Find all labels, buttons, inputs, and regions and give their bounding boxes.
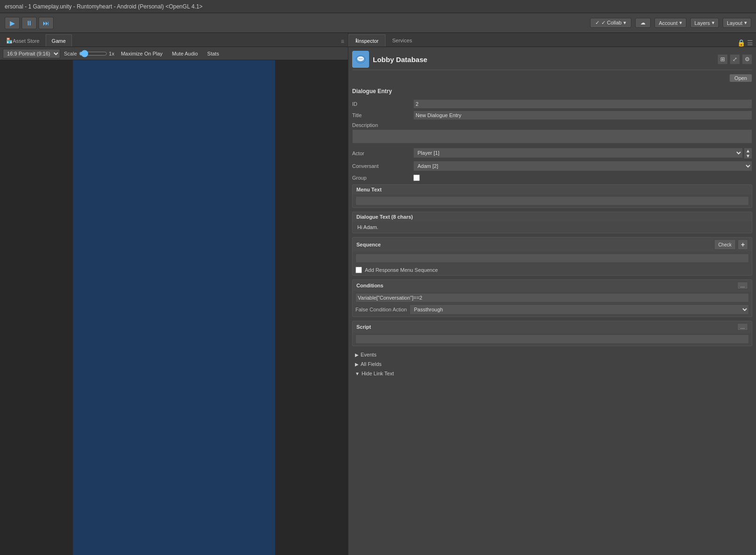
conditions-content: False Condition Action Passthrough — [353, 291, 752, 317]
game-toolbar: 16:9 Portrait (9:16) Scale 1x Maximize O… — [0, 47, 348, 60]
hide-link-text-row[interactable]: ▼ Hide Link Text — [352, 369, 752, 378]
layers-label: Layers — [694, 20, 710, 26]
conditions-label: Conditions — [356, 283, 383, 288]
tab-services-label: Services — [392, 38, 412, 43]
id-value: 2 — [413, 99, 752, 109]
dialogue-entry-section-title: Dialogue Entry — [352, 86, 752, 96]
events-arrow-icon: ▶ — [355, 352, 359, 357]
asset-store-icon: 🏪 — [6, 38, 13, 44]
sequence-check-button[interactable]: Check — [714, 239, 736, 250]
dialogue-text-header: Dialogue Text (8 chars) — [353, 212, 752, 222]
sequence-plus-button[interactable]: + — [738, 239, 748, 250]
description-textarea[interactable] — [352, 129, 752, 143]
conversant-label: Conversant — [352, 163, 413, 169]
all-fields-arrow-icon: ▶ — [355, 362, 359, 367]
collab-button[interactable]: ✓ ✓ Collab ▾ — [590, 18, 631, 28]
dialogue-text-label: Dialogue Text (8 chars) — [356, 214, 413, 220]
title-input[interactable] — [413, 111, 752, 120]
account-chevron-icon: ▾ — [679, 20, 682, 26]
conditions-value-input[interactable] — [355, 293, 749, 302]
toolbar: ▶ ⏸ ⏭ ✓ ✓ Collab ▾ ☁ Account ▾ Layers ▾ … — [0, 13, 756, 33]
game-panel-tabs: 🏪 Asset Store Game ≡ — [0, 33, 348, 47]
inspector-panel: ℹ Inspector Services 🔒 ☰ — [348, 33, 756, 555]
dialogue-svg-icon — [355, 54, 366, 64]
script-dots-button[interactable]: ... — [737, 323, 748, 331]
lobby-header-icons: ⊞ ⤢ ⚙ — [717, 54, 752, 64]
menu-text-input[interactable] — [355, 196, 749, 206]
menu-text-label: Menu Text — [356, 187, 382, 192]
group-checkbox[interactable] — [413, 174, 420, 181]
tab-game-label: Game — [52, 38, 66, 44]
menu-text-header: Menu Text — [353, 185, 752, 194]
layout-label: Layout — [727, 20, 742, 26]
game-view-left-panel — [0, 60, 73, 555]
inspector-content: Lobby Database ⊞ ⤢ ⚙ Open Dialogue Entry… — [348, 47, 756, 555]
resolution-select[interactable]: 16:9 Portrait (9:16) — [3, 49, 60, 58]
script-input[interactable] — [355, 334, 749, 344]
tab-game[interactable]: Game — [46, 34, 72, 47]
layout-dropdown[interactable]: Layout ▾ — [723, 18, 751, 28]
svg-point-4 — [362, 58, 362, 59]
title-label: Title — [352, 112, 413, 118]
group-field-row: Group — [352, 173, 752, 182]
all-fields-row[interactable]: ▶ All Fields — [352, 359, 752, 369]
stats-button[interactable]: Stats — [205, 50, 222, 57]
open-button[interactable]: Open — [729, 74, 752, 82]
actor-down-arrow: ▼ — [746, 153, 750, 159]
tab-inspector[interactable]: ℹ Inspector — [348, 34, 386, 47]
inspector-menu-icon[interactable]: ☰ — [747, 39, 753, 47]
mute-audio-button[interactable]: Mute Audio — [169, 50, 201, 57]
conditions-dots-button[interactable]: ... — [737, 282, 748, 289]
account-dropdown[interactable]: Account ▾ — [654, 18, 686, 28]
svg-point-3 — [360, 58, 361, 59]
lock-icon[interactable]: 🔒 — [737, 39, 745, 47]
cloud-icon: ☁ — [640, 20, 646, 26]
lobby-header: Lobby Database ⊞ ⤢ ⚙ — [352, 51, 752, 70]
lobby-icon-btn2[interactable]: ⤢ — [730, 54, 740, 64]
add-response-checkbox[interactable] — [355, 267, 362, 273]
actor-field-row: Actor Player [1] ▲ ▼ — [352, 148, 752, 159]
lobby-title: Lobby Database — [373, 56, 717, 63]
sequence-input[interactable] — [355, 254, 749, 263]
tab-asset-store-label: Asset Store — [13, 38, 39, 44]
conversant-field-row: Conversant Adam [2] — [352, 161, 752, 171]
conversant-select[interactable]: Adam [2] — [413, 161, 752, 171]
actor-up-arrow: ▲ — [746, 148, 750, 153]
false-condition-select[interactable]: Passthrough — [410, 304, 749, 315]
inspector-tab-icons: 🔒 ☰ — [737, 39, 756, 47]
cloud-button[interactable]: ☁ — [635, 18, 651, 28]
scale-value: 1x — [109, 51, 115, 56]
menu-text-content — [353, 194, 752, 207]
lobby-settings-icon[interactable]: ⚙ — [742, 54, 752, 64]
play-button[interactable]: ▶ — [5, 17, 20, 29]
tab-asset-store[interactable]: 🏪 Asset Store — [0, 34, 46, 47]
actor-arrows[interactable]: ▲ ▼ — [744, 148, 752, 159]
pause-button[interactable]: ⏸ — [22, 17, 37, 29]
lobby-icon-btn1[interactable]: ⊞ — [717, 54, 728, 64]
game-view — [0, 60, 348, 555]
actor-label: Actor — [352, 151, 413, 156]
hide-link-arrow-icon: ▼ — [355, 371, 360, 376]
sequence-header-btns: Check + — [714, 239, 748, 250]
id-field-row: ID 2 — [352, 99, 752, 109]
maximize-on-play-button[interactable]: Maximize On Play — [118, 50, 165, 57]
actor-select[interactable]: Player [1] — [413, 148, 743, 158]
description-label: Description — [352, 122, 378, 128]
description-field: Description — [352, 122, 752, 148]
menu-text-section: Menu Text — [352, 184, 752, 208]
scale-slider[interactable] — [79, 51, 107, 56]
tab-services[interactable]: Services — [386, 34, 418, 47]
inspector-tabs: ℹ Inspector Services 🔒 ☰ — [348, 33, 756, 47]
collab-dropdown-icon: ▾ — [623, 20, 626, 26]
hide-link-text-label: Hide Link Text — [362, 371, 394, 376]
layers-chevron-icon: ▾ — [712, 20, 715, 26]
scale-control: Scale 1x — [64, 51, 114, 56]
step-button[interactable]: ⏭ — [39, 17, 54, 29]
title-bar: ersonal - 1 Gameplay.unity - Runtomyhear… — [0, 0, 756, 13]
layers-dropdown[interactable]: Layers ▾ — [690, 18, 719, 28]
dialogue-text-content: Hi Adam. — [353, 222, 752, 233]
events-row[interactable]: ▶ Events — [352, 350, 752, 359]
panel-menu-icon[interactable]: ≡ — [337, 36, 348, 47]
conditions-section: Conditions ... False Condition Action Pa… — [352, 279, 752, 317]
layout-chevron-icon: ▾ — [744, 20, 747, 26]
